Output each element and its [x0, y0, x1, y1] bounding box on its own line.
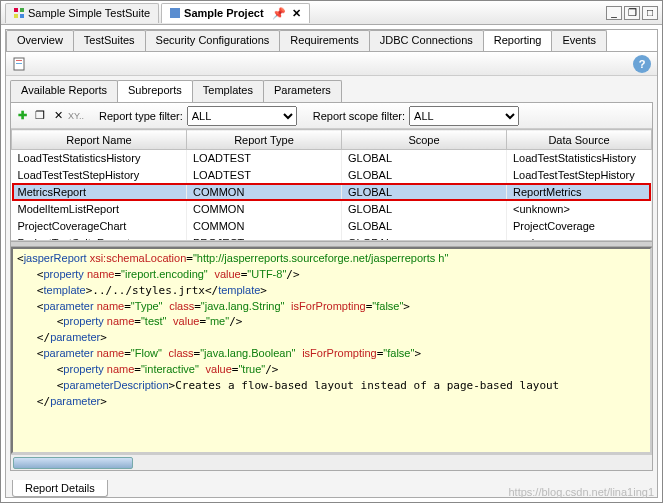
report-icon[interactable]	[12, 56, 28, 72]
tab-sample-project[interactable]: Sample Project 📌 ✕	[161, 3, 309, 23]
reporting-toolbar: ?	[6, 52, 657, 76]
scope-filter-select[interactable]: ALL	[409, 106, 519, 126]
svg-rect-6	[16, 60, 22, 61]
tab-reporting[interactable]: Reporting	[483, 30, 553, 51]
type-filter-label: Report type filter:	[99, 110, 183, 122]
tab-templates[interactable]: Templates	[192, 80, 264, 102]
svg-rect-2	[14, 14, 18, 18]
subreports-panel: ✚ ❐ ✕ XY.. Report type filter: ALL Repor…	[10, 102, 653, 471]
xy-icon[interactable]: XY..	[69, 109, 83, 123]
subreports-table[interactable]: Report Name Report Type Scope Data Sourc…	[11, 129, 652, 241]
tab-label: Sample Simple TestSuite	[28, 7, 150, 19]
delete-icon[interactable]: ✕	[51, 109, 65, 123]
add-icon[interactable]: ✚	[15, 109, 29, 123]
svg-rect-4	[170, 8, 180, 18]
table-row[interactable]: ModelItemListReportCOMMONGLOBAL<unknown>	[12, 201, 652, 218]
subreports-table-wrap: Report Name Report Type Scope Data Sourc…	[11, 129, 652, 241]
svg-rect-0	[14, 8, 18, 12]
reporting-body: Available Reports Subreports Templates P…	[6, 76, 657, 475]
section-tabs: Overview TestSuites Security Configurati…	[6, 30, 657, 52]
col-ds[interactable]: Data Source	[507, 130, 652, 150]
tab-jdbc[interactable]: JDBC Connections	[369, 30, 484, 51]
window-controls: _ ❐ □	[606, 6, 662, 20]
table-row[interactable]: LoadTestTestStepHistoryLOADTESTGLOBALLoa…	[12, 167, 652, 184]
minimize-button[interactable]: _	[606, 6, 622, 20]
tab-available-reports[interactable]: Available Reports	[10, 80, 118, 102]
table-row[interactable]: MetricsReportCOMMONGLOBALReportMetrics	[12, 184, 652, 201]
tab-testsuites[interactable]: TestSuites	[73, 30, 146, 51]
tab-overview[interactable]: Overview	[6, 30, 74, 51]
table-row[interactable]: ProjectTestSuiteReportPROJECTGLOBAL<unkn…	[12, 235, 652, 242]
help-icon[interactable]: ?	[633, 55, 651, 73]
tab-requirements[interactable]: Requirements	[279, 30, 369, 51]
maximize-button[interactable]: □	[642, 6, 658, 20]
svg-rect-3	[20, 14, 24, 18]
tab-subreports[interactable]: Subreports	[117, 80, 193, 102]
tab-label: Sample Project	[184, 7, 263, 19]
tab-security[interactable]: Security Configurations	[145, 30, 281, 51]
tab-parameters[interactable]: Parameters	[263, 80, 342, 102]
close-icon[interactable]: ✕	[292, 7, 301, 20]
col-scope[interactable]: Scope	[342, 130, 507, 150]
report-tabs: Available Reports Subreports Templates P…	[10, 80, 653, 102]
watermark: https://blog.csdn.net/lina1ing1	[508, 486, 654, 498]
table-row[interactable]: LoadTestStatisticsHistoryLOADTESTGLOBALL…	[12, 150, 652, 167]
filter-toolbar: ✚ ❐ ✕ XY.. Report type filter: ALL Repor…	[11, 103, 652, 129]
project-icon	[170, 8, 180, 18]
project-panel: Overview TestSuites Security Configurati…	[5, 29, 658, 498]
col-type[interactable]: Report Type	[187, 130, 342, 150]
tab-events[interactable]: Events	[551, 30, 607, 51]
table-row[interactable]: ProjectCoverageChartCOMMONGLOBALProjectC…	[12, 218, 652, 235]
tab-report-details[interactable]: Report Details	[12, 480, 108, 497]
svg-rect-1	[20, 8, 24, 12]
col-name[interactable]: Report Name	[12, 130, 187, 150]
type-filter-select[interactable]: ALL	[187, 106, 297, 126]
scroll-thumb[interactable]	[13, 457, 133, 469]
svg-rect-7	[16, 63, 22, 64]
pin-icon[interactable]: 📌	[272, 7, 286, 20]
editor-tab-bar: Sample Simple TestSuite Sample Project 📌…	[1, 1, 662, 25]
scope-filter-label: Report scope filter:	[313, 110, 405, 122]
xml-editor[interactable]: <jasperReport xsi:schemaLocation="http:/…	[11, 247, 652, 454]
xml-scrollbar[interactable]	[11, 454, 652, 470]
copy-icon[interactable]: ❐	[33, 109, 47, 123]
tab-sample-testsuite[interactable]: Sample Simple TestSuite	[5, 3, 159, 23]
testsuite-icon	[14, 8, 24, 18]
restore-button[interactable]: ❐	[624, 6, 640, 20]
